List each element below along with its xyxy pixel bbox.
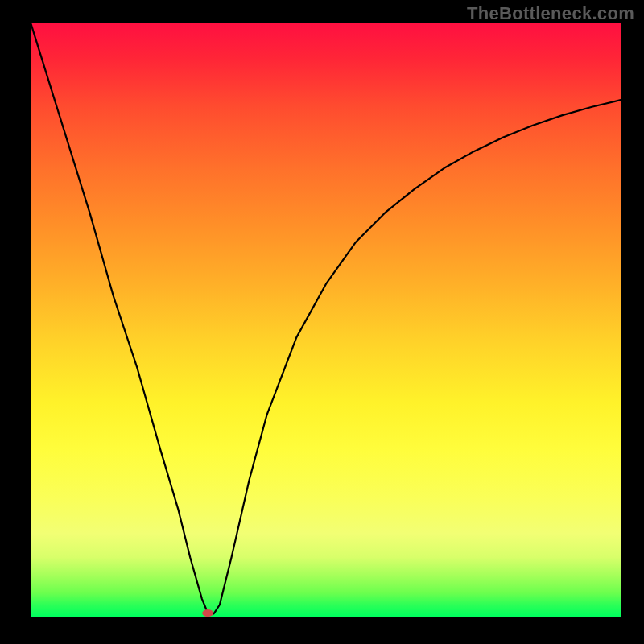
- bottleneck-curve-svg: [31, 23, 621, 617]
- bottleneck-curve-path: [31, 23, 621, 613]
- watermark-text: TheBottleneck.com: [467, 3, 634, 24]
- plot-background-gradient: [31, 23, 621, 617]
- optimum-marker: [202, 609, 213, 617]
- chart-frame: TheBottleneck.com: [0, 0, 644, 644]
